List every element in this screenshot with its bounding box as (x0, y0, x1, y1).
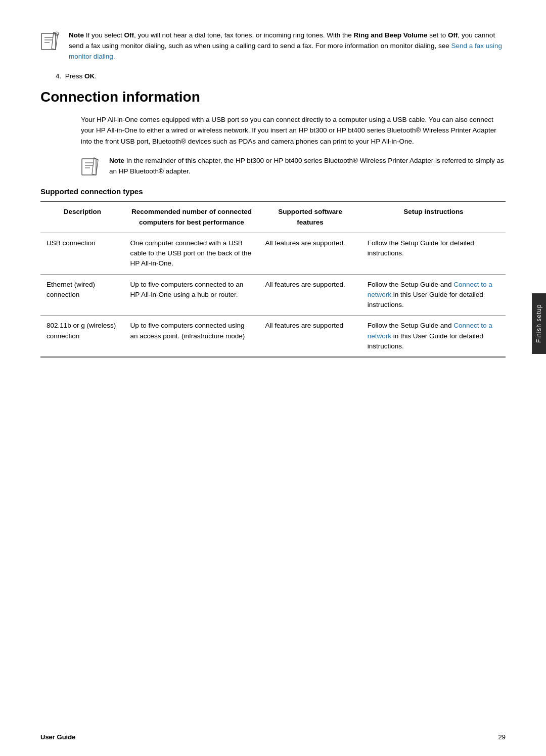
row3-features: All features are supported (259, 316, 361, 357)
row3-instructions-before: Follow the Setup Guide and (368, 322, 453, 329)
footer-right: 29 (498, 733, 506, 741)
col-header-setup: Setup instructions (361, 201, 506, 233)
row1-instructions: Follow the Setup Guide for detailed inst… (361, 233, 506, 274)
row1-features: All features are supported. (259, 233, 361, 274)
table-row: 802.11b or g (wireless) connection Up to… (40, 316, 506, 357)
note-icon-2 (81, 157, 101, 177)
note-block-2: Note In the remainder of this chapter, t… (81, 156, 506, 177)
note2-label: Note In the remainder of this chapter, t… (109, 157, 504, 175)
row2-instructions-before: Follow the Setup Guide and (368, 281, 453, 288)
page-container: ✏ Note If you select Off, you will not h… (0, 0, 546, 756)
row3-description: 802.11b or g (wireless) connection (40, 316, 124, 357)
send-fax-link[interactable]: Send a fax using monitor dialing (69, 42, 502, 60)
note1-label: Note If you select Off, you will not hea… (69, 31, 502, 60)
col-header-recommended: Recommended number of connected computer… (124, 201, 259, 233)
sidebar-tab: Finish setup (532, 293, 546, 354)
table-row: Ethernet (wired) connection Up to five c… (40, 274, 506, 316)
footer-left: User Guide (40, 733, 75, 741)
row2-description: Ethernet (wired) connection (40, 274, 124, 316)
row3-instructions: Follow the Setup Guide and Connect to a … (361, 316, 506, 357)
table-header-row: Description Recommended number of connec… (40, 201, 506, 233)
svg-text:✏: ✏ (55, 33, 58, 36)
section-heading: Connection information (40, 89, 506, 105)
row2-features: All features are supported. (259, 274, 361, 316)
row1-recommended: One computer connected with a USB cable … (124, 233, 259, 274)
row2-recommended: Up to five computers connected to an HP … (124, 274, 259, 316)
press-ok: 4. Press OK. (56, 71, 506, 82)
table-row: USB connection One computer connected wi… (40, 233, 506, 274)
connection-table: Description Recommended number of connec… (40, 201, 506, 358)
note-block-1: ✏ Note If you select Off, you will not h… (40, 30, 506, 62)
row2-instructions: Follow the Setup Guide and Connect to a … (361, 274, 506, 316)
note-text-1: Note If you select Off, you will not hea… (69, 30, 506, 62)
footer: User Guide 29 (40, 733, 506, 741)
row3-recommended: Up to five computers connected using an … (124, 316, 259, 357)
svg-rect-6 (82, 159, 96, 175)
svg-rect-0 (41, 33, 56, 50)
sub-heading: Supported connection types (40, 187, 506, 196)
col-header-features: Supported software features (259, 201, 361, 233)
body-para-1: Your HP All-in-One comes equipped with a… (81, 114, 506, 147)
row1-description: USB connection (40, 233, 124, 274)
col-header-description: Description (40, 201, 124, 233)
note-text-2: Note In the remainder of this chapter, t… (109, 156, 506, 177)
press-ok-number: 4. (56, 72, 61, 80)
press-ok-bold: OK (84, 72, 95, 80)
note-icon-1: ✏ (40, 31, 61, 52)
